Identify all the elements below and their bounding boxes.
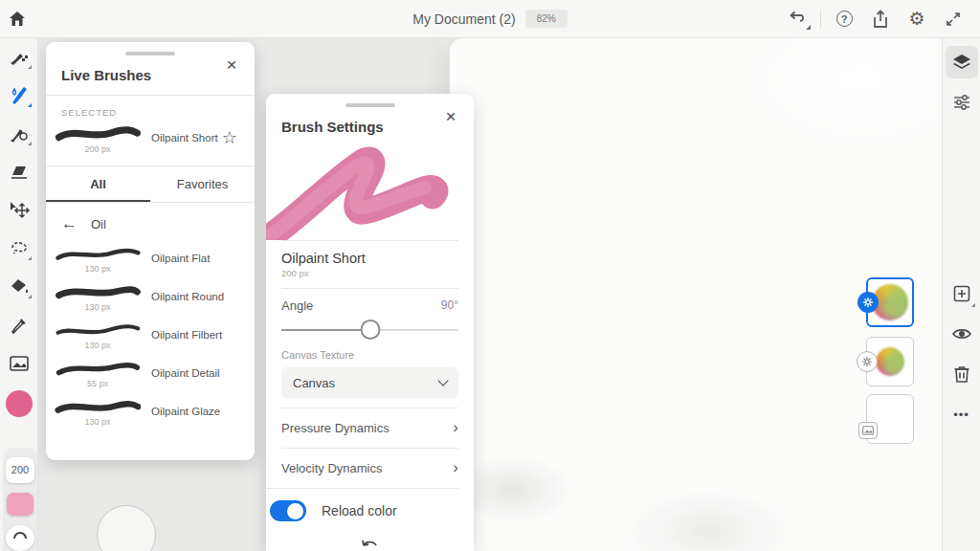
move-icon (8, 200, 31, 221)
undo-button[interactable] (780, 5, 814, 33)
home-button[interactable] (0, 5, 34, 33)
add-layer-button[interactable] (946, 277, 978, 310)
place-image-tool[interactable] (0, 344, 38, 383)
brush-category-back[interactable]: ← Oil (46, 203, 255, 239)
share-icon (872, 10, 889, 29)
toggle-knob (287, 503, 303, 519)
touch-shortcut[interactable] (97, 505, 156, 551)
brush-list-item[interactable]: 130 px Oilpaint Flat (46, 239, 255, 277)
layer-2-thumbnail[interactable] (866, 337, 914, 386)
home-icon (8, 10, 27, 29)
eyedropper-icon (10, 316, 29, 335)
angle-slider[interactable] (281, 319, 458, 342)
velocity-dynamics-row[interactable]: Velocity Dynamics › (281, 449, 458, 488)
document-title[interactable]: My Document (2) (412, 11, 515, 27)
chevron-right-icon: › (453, 423, 458, 432)
brush-list-item[interactable]: 130 px Oilpaint Glaze (46, 392, 255, 430)
live-brush-tool-selected[interactable] (0, 77, 38, 115)
adjustments-icon (952, 93, 971, 112)
pixel-brush-tool[interactable] (0, 38, 38, 77)
layer-1-oil-badge[interactable] (858, 292, 879, 313)
fill-tool[interactable] (0, 268, 38, 306)
close-button[interactable]: × (439, 105, 462, 128)
layer-1-thumbnail[interactable] (866, 277, 914, 327)
layer-visibility-button[interactable] (946, 318, 978, 350)
brush-name-label: Oilpaint Flat (144, 253, 245, 264)
tab-all[interactable]: All (46, 166, 150, 202)
settings-button[interactable]: ⚙ (900, 5, 934, 33)
brush-stroke-preview (55, 281, 141, 304)
fullscreen-button[interactable] (936, 5, 970, 33)
pixel-brush-icon (9, 47, 30, 68)
reload-color-label: Reload color (322, 503, 397, 518)
layer-2-oil-badge[interactable] (857, 351, 878, 372)
add-layer-options-indicator (971, 303, 975, 307)
selected-brush-row[interactable]: 200 px Oilpaint Short ☆ (46, 118, 255, 158)
help-button[interactable]: ? (827, 5, 861, 33)
pressure-dynamics-label: Pressure Dynamics (281, 421, 390, 435)
background-layer-badge (858, 422, 878, 439)
chevron-down-icon (437, 375, 448, 386)
brush-stroke-preview (55, 396, 141, 419)
color-picker[interactable] (0, 383, 38, 421)
layers-panel-button[interactable] (946, 46, 978, 78)
app-window: My Document (2) 82% ? ⚙ (0, 0, 980, 551)
trash-icon (953, 364, 970, 384)
reload-color-toggle[interactable] (270, 500, 306, 521)
brush-list-item[interactable]: 55 px Oilpaint Detail (46, 354, 255, 392)
brush-name: Oilpaint Short (281, 251, 458, 266)
brush-stroke-preview (55, 121, 141, 146)
mixer-brush-icon (9, 123, 30, 144)
current-color-swatch (6, 390, 33, 417)
tool-options-indicator (28, 103, 32, 107)
selected-label: SELECTED (46, 96, 255, 118)
image-layer-icon (862, 426, 874, 435)
live-brushes-panel: × Live Brushes SELECTED 200 px Oilpaint … (46, 42, 255, 460)
panel-drag-handle[interactable] (125, 52, 175, 55)
background-layer-thumbnail[interactable] (866, 394, 914, 444)
brush-list-item[interactable]: 130 px Oilpaint Round (46, 277, 255, 316)
angle-value: 90° (441, 298, 458, 313)
pink-stroke-preview (266, 141, 474, 240)
top-bar: My Document (2) 82% ? ⚙ (0, 0, 980, 38)
reset-brush-button[interactable] (266, 531, 474, 551)
move-tool[interactable] (0, 191, 38, 230)
add-layer-icon (952, 284, 971, 303)
brush-opacity-swatch[interactable] (7, 493, 33, 517)
canvas-texture-dropdown[interactable]: Canvas (281, 367, 458, 398)
canvas-texture-label: Canvas Texture (281, 349, 458, 361)
brush-list-item[interactable]: 130 px Oilpaint Filbert (46, 316, 255, 354)
place-image-icon (9, 355, 30, 372)
brush-name-label: Oilpaint Filbert (144, 329, 245, 341)
panel-drag-handle[interactable] (345, 103, 395, 107)
layer-2-preview (876, 347, 904, 376)
pressure-dynamics-row[interactable]: Pressure Dynamics › (281, 408, 458, 448)
brush-size-label: 130 px (52, 302, 144, 312)
brush-identity-section: Oilpaint Short 200 px (281, 240, 458, 288)
mixer-brush-tool[interactable] (0, 115, 38, 153)
lasso-tool[interactable] (0, 230, 38, 268)
panel-title: Brush Settings (281, 119, 458, 135)
tab-favorites[interactable]: Favorites (150, 166, 255, 202)
eraser-tool[interactable] (0, 153, 38, 191)
slider-knob[interactable] (360, 320, 380, 340)
layer-properties-button[interactable] (946, 86, 978, 119)
gear-icon: ⚙ (908, 10, 924, 28)
angle-label: Angle (281, 298, 313, 313)
brush-flow-control[interactable] (6, 525, 34, 551)
brush-size: 200 px (281, 268, 458, 278)
dropdown-value: Canvas (293, 376, 335, 390)
brush-size-indicator[interactable]: 200 (6, 457, 34, 483)
favorite-star-icon[interactable]: ☆ (222, 127, 245, 148)
more-options-button[interactable]: ••• (946, 398, 978, 430)
share-button[interactable] (863, 5, 898, 33)
zoom-badge[interactable]: 82% (525, 10, 568, 28)
category-label: Oil (91, 217, 106, 231)
close-button[interactable]: × (220, 54, 243, 77)
velocity-dynamics-label: Velocity Dynamics (281, 461, 382, 475)
delete-layer-button[interactable] (946, 358, 978, 390)
eyedropper-tool[interactable] (0, 306, 38, 344)
panel-title: Live Brushes (61, 67, 239, 83)
brush-stroke-preview (55, 358, 141, 381)
brush-size-label: 130 px (52, 417, 144, 427)
